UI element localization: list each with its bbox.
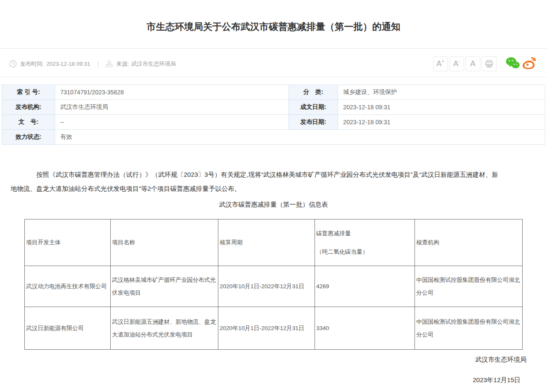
header-reduction: 碳普惠减排量 （吨二氧化碳当量） [315,219,415,266]
info-value: 731074791/2023-35828 [55,85,289,100]
cell-reduction: 3340 [315,307,415,350]
info-label: 成文日期: [289,100,338,115]
source-value: 武汉市生态环境局 [132,60,176,68]
info-label: 索 引 号: [2,85,55,100]
header-period: 核算周期 [218,219,315,266]
publish-time-value: 2023-12-18 09:31 [47,61,91,67]
sitemap-icon [106,60,113,67]
info-value: 城乡建设、环境保护 [338,85,545,100]
meta-separator: | [97,61,99,67]
cell-reduction: 4269 [315,266,415,307]
cell-verifier: 中国国检测试控股集团股份有限公司湖北分公司 [415,266,523,307]
source-label: 来源: [116,60,129,68]
font-decrease-button[interactable]: A- [449,56,464,71]
info-label: 分 类: [289,85,338,100]
info-label: 发布机构: [2,100,55,115]
info-label: 效力状态: [2,130,55,145]
weibo-share-icon[interactable] [523,57,538,71]
document-info-table: 索 引 号: 731074791/2023-35828 分 类: 城乡建设、环境… [2,85,545,145]
toolbar: A+ A- A [433,56,538,71]
info-row: 效力状态: 有效 [2,130,545,145]
divider-meta [0,77,547,77]
clock-icon [9,60,17,67]
page-title: 市生态环境局关于公布武汉市碳普惠减排量（第一批）的通知 [0,21,547,32]
footer-date: 2023年12月15日 [473,376,521,384]
print-button[interactable] [482,56,497,71]
header-project: 项目名称 [111,219,218,266]
info-row: 发布机构: 武汉市生态环境局 成文日期: 2023-12-18 09:31 [2,100,545,115]
divider-top [0,48,547,49]
cell-developer: 武汉动力电池再生技术有限公司 [25,266,111,307]
cell-period: 2020年10月1日-2022年12月31日 [218,307,315,350]
info-value: -- [55,115,289,130]
table-row: 武汉动力电池再生技术有限公司 武汉格林美城市矿产循环产业园分布式光伏发电项目 2… [25,266,523,307]
cell-verifier: 中国国检测试控股集团股份有限公司湖北分公司 [415,307,523,350]
info-row: 索 引 号: 731074791/2023-35828 分 类: 城乡建设、环境… [2,85,545,100]
info-value: 有效 [55,130,545,145]
printer-icon [485,60,493,67]
table-header-row: 项目开发主体 项目名称 核算周期 碳普惠减排量 （吨二氧化碳当量） 核查机构 [25,219,523,266]
footer-organization: 武汉市生态环境局 [475,356,526,364]
info-value: 2023-12-18 09:31 [338,100,545,115]
wechat-share-icon[interactable] [506,57,520,71]
info-value: 2023-12-18 09:31 [338,115,545,130]
table-caption: 武汉市碳普惠减排量（第一批）信息表 [0,201,547,209]
info-value: 武汉市生态环境局 [55,100,289,115]
publish-time-label: 发布时间: [20,60,44,68]
cell-developer: 武汉日新能源有限公司 [25,307,111,350]
header-verifier: 核查机构 [415,219,523,266]
cell-project: 武汉格林美城市矿产循环产业园分布式光伏发电项目 [111,266,218,307]
reduction-table: 项目开发主体 项目名称 核算周期 碳普惠减排量 （吨二氧化碳当量） 核查机构 武… [24,219,523,350]
font-increase-button[interactable]: A+ [433,56,448,71]
meta-bar: 发布时间: 2023-12-18 09:31 | 来源: 武汉市生态环境局 [9,56,176,71]
header-developer: 项目开发主体 [25,219,111,266]
notice-paragraph: 按照《武汉市碳普惠管理办法（试行）》（武环规〔2023〕3号）有关规定,现将“武… [11,167,502,196]
table-row: 武汉日新能源有限公司 武汉日新能源五洲建材、新地物流、盘龙大道加油站分布式光伏发… [25,307,523,350]
info-label: 发布日期: [289,115,338,130]
cell-project: 武汉日新能源五洲建材、新地物流、盘龙大道加油站分布式光伏发电项目 [111,307,218,350]
info-row: 文 号: -- 发布日期: 2023-12-18 09:31 [2,115,545,130]
font-reset-button[interactable]: A [465,56,480,71]
info-label: 文 号: [2,115,55,130]
cell-period: 2020年10月1日-2022年12月31日 [218,266,315,307]
